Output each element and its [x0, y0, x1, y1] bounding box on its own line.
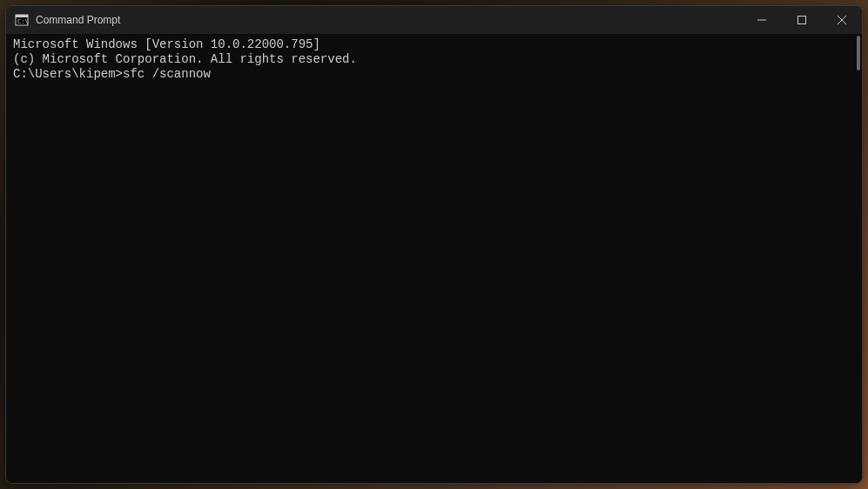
- svg-rect-4: [798, 17, 806, 24]
- window-controls: [742, 6, 862, 34]
- copyright-line: (c) Microsoft Corporation. All rights re…: [13, 52, 855, 67]
- window-title: Command Prompt: [36, 14, 742, 26]
- app-icon: C:\: [15, 13, 29, 27]
- close-button[interactable]: [822, 6, 862, 34]
- version-line: Microsoft Windows [Version 10.0.22000.79…: [13, 37, 855, 52]
- prompt-text: C:\Users\kipem>: [13, 67, 123, 82]
- titlebar[interactable]: C:\ Command Prompt: [6, 6, 862, 34]
- terminal-area[interactable]: Microsoft Windows [Version 10.0.22000.79…: [6, 34, 862, 483]
- command-prompt-window: C:\ Command Prompt Microsoft Windows [Ve…: [5, 5, 863, 484]
- scrollbar-thumb[interactable]: [857, 36, 860, 70]
- svg-rect-1: [16, 15, 28, 17]
- svg-text:C:\: C:\: [17, 18, 29, 25]
- prompt-line: C:\Users\kipem>sfc /scannow: [13, 67, 855, 82]
- command-text: sfc /scannow: [123, 67, 211, 82]
- maximize-button[interactable]: [782, 6, 822, 34]
- minimize-button[interactable]: [742, 6, 782, 34]
